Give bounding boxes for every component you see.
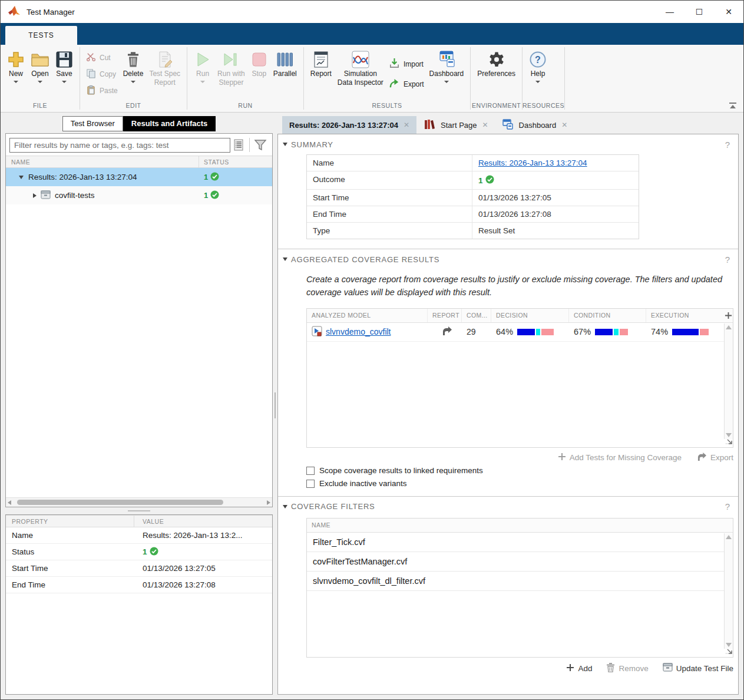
filter-input[interactable] (9, 138, 230, 153)
summary-label: Name (307, 155, 472, 171)
dashboard-button[interactable]: Dashboard (426, 48, 467, 84)
section-collapse-icon[interactable] (283, 257, 287, 261)
checkbox-icon[interactable] (306, 480, 315, 488)
test-spec-report-button[interactable]: Test Spec Report (146, 48, 183, 88)
vertical-scrollbar[interactable] (724, 323, 733, 439)
col-condition[interactable]: CONDITION (569, 309, 646, 322)
paste-button[interactable]: Paste (84, 84, 120, 98)
scrollbar-thumb[interactable] (17, 500, 223, 505)
simulation-data-inspector-button[interactable]: Simulation Data Inspector (335, 48, 386, 88)
tab-label: Start Page (441, 121, 477, 130)
preferences-button[interactable]: Preferences (474, 48, 518, 80)
vertical-scrollbar[interactable] (724, 533, 733, 649)
parallel-button[interactable]: Parallel (270, 48, 300, 80)
close-tab-icon[interactable]: ✕ (482, 121, 488, 129)
section-collapse-icon[interactable] (283, 143, 287, 146)
save-button[interactable]: Save (52, 48, 76, 84)
chevron-down-icon (535, 81, 540, 83)
open-button[interactable]: Open (28, 48, 52, 84)
col-decision[interactable]: DECISION (491, 309, 569, 322)
panel-splitter[interactable] (5, 507, 273, 514)
help-icon[interactable]: ? (725, 501, 730, 511)
close-tab-icon[interactable]: ✕ (561, 121, 567, 129)
col-complexity[interactable]: COM... (462, 309, 491, 322)
paste-icon (86, 85, 96, 97)
scroll-up-icon[interactable] (726, 535, 732, 539)
filter-row-1[interactable]: Filter_Tick.cvf (307, 533, 733, 552)
property-value: 01/13/2026 13:27:08 (134, 580, 272, 589)
tree-status-header[interactable]: STATUS (199, 159, 272, 166)
gear-icon (488, 49, 505, 70)
ribbon-group-environment: Preferences ENVIRONMENT (471, 45, 522, 112)
stop-button[interactable]: Stop (248, 48, 270, 80)
exclude-variants-checkbox-row[interactable]: Exclude inactive variants (306, 477, 738, 490)
tree-name-header[interactable]: NAME (6, 156, 199, 167)
stepper-label-1: Run with (217, 70, 245, 78)
filter-row-3[interactable]: slvnvdemo_covfilt_dl_filter.cvf (307, 572, 733, 591)
add-filter-button[interactable]: Add (566, 663, 592, 674)
help-icon[interactable]: ? (725, 255, 730, 265)
tab-tests[interactable]: TESTS (5, 26, 77, 45)
tree-row-covfilt-tests[interactable]: covfilt-tests 1 (6, 186, 272, 204)
coverage-section-header[interactable]: AGGREGATED COVERAGE RESULTS ? (278, 249, 738, 267)
col-report[interactable]: REPORT (428, 309, 462, 322)
tab-start-page[interactable]: Start Page ✕ (416, 116, 495, 134)
add-tests-for-missing-coverage-button[interactable]: Add Tests for Missing Coverage (558, 452, 682, 463)
new-button[interactable]: New (4, 48, 28, 84)
run-button[interactable]: Run (191, 48, 214, 84)
maximize-button[interactable]: ☐ (685, 1, 714, 23)
col-execution[interactable]: EXECUTION (646, 309, 715, 322)
filter-funnel-button[interactable] (252, 137, 269, 153)
stop-icon (251, 49, 267, 70)
expand-collapse-icon[interactable] (19, 176, 24, 179)
save-icon (55, 49, 73, 70)
value-col-header[interactable]: VALUE (134, 518, 272, 525)
scroll-left-icon[interactable] (8, 500, 11, 505)
coverage-row[interactable]: slvnvdemo_covfilt 29 64% 67% 74% (307, 323, 733, 342)
close-tab-icon[interactable]: ✕ (404, 121, 409, 129)
checkbox-icon[interactable] (306, 467, 315, 475)
vertical-splitter[interactable] (273, 116, 277, 695)
resize-grip-icon[interactable] (725, 646, 732, 656)
add-column-icon[interactable] (719, 309, 733, 322)
export-coverage-button[interactable]: Export (697, 452, 733, 463)
col-analyzed-model[interactable]: ANALYZED MODEL (307, 309, 428, 322)
help-button[interactable]: ? Help (526, 48, 550, 84)
scroll-right-icon[interactable] (267, 500, 270, 505)
update-test-file-button[interactable]: Update Test File (663, 663, 733, 674)
expand-collapse-icon[interactable] (33, 193, 37, 198)
export-button[interactable]: Export (386, 77, 426, 92)
model-link[interactable]: slvnvdemo_covfilt (326, 327, 391, 336)
copy-button[interactable]: Copy (84, 67, 120, 81)
tab-dashboard[interactable]: Dashboard ✕ (495, 116, 575, 134)
tab-test-browser[interactable]: Test Browser (62, 116, 123, 131)
tab-results-document[interactable]: Results: 2026-Jan-13 13:27:04 ✕ (282, 116, 416, 134)
report-button[interactable]: Report (307, 48, 335, 80)
tab-results-and-artifacts[interactable]: Results and Artifacts (123, 116, 216, 131)
collapse-ribbon-button[interactable] (729, 103, 736, 108)
open-report-icon[interactable] (442, 326, 452, 338)
close-button[interactable]: ✕ (714, 1, 743, 23)
tree-row-results[interactable]: Results: 2026-Jan-13 13:27:04 1 (6, 168, 272, 186)
scroll-up-icon[interactable] (726, 325, 732, 329)
help-icon[interactable]: ? (725, 140, 730, 150)
coverage-table-header: ANALYZED MODEL REPORT COM... DECISION CO… (307, 309, 733, 323)
property-col-header[interactable]: PROPERTY (6, 516, 134, 527)
col-name[interactable]: NAME (307, 519, 733, 532)
delete-button[interactable]: Delete (120, 48, 147, 84)
horizontal-scrollbar[interactable] (6, 497, 272, 507)
property-row-name: Name Results: 2026-Jan-13 13:2... (6, 527, 272, 544)
result-link[interactable]: Results: 2026-Jan-13 13:27:04 (478, 159, 587, 167)
summary-section-header[interactable]: SUMMARY ? (278, 134, 738, 152)
resize-grip-icon[interactable] (725, 436, 732, 447)
filter-row-2[interactable]: covFilterTestManager.cvf (307, 552, 733, 572)
minimize-button[interactable]: — (655, 1, 685, 23)
filters-section-header[interactable]: COVERAGE FILTERS ? (278, 497, 738, 514)
run-with-stepper-button[interactable]: Run with Stepper (214, 48, 248, 88)
remove-filter-button[interactable]: Remove (606, 663, 648, 674)
cut-button[interactable]: Cut (84, 51, 120, 65)
saved-filters-button[interactable] (230, 137, 247, 153)
scope-coverage-checkbox-row[interactable]: Scope coverage results to linked require… (306, 464, 738, 477)
section-collapse-icon[interactable] (283, 505, 287, 509)
import-button[interactable]: Import (386, 57, 426, 72)
